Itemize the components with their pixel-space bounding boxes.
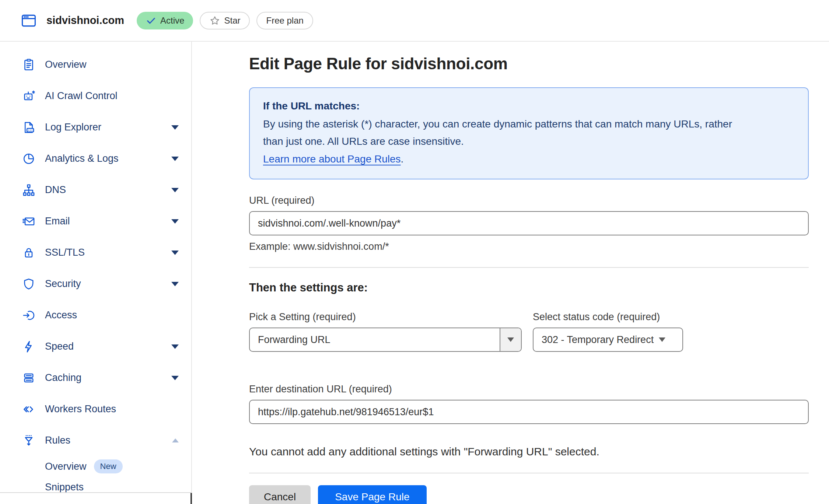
server-stack-icon xyxy=(22,371,35,385)
status-badge: Active xyxy=(137,12,193,29)
sidebar-item-rules[interactable]: Rules xyxy=(0,425,191,456)
sidebar-item-workers-routes[interactable]: Workers Routes xyxy=(0,393,191,425)
status-field-label: Select status code (required) xyxy=(533,311,683,323)
url-example-helper: Example: www.sidvishnoi.com/* xyxy=(249,241,809,252)
sidebar-scrollbar-thumb[interactable] xyxy=(190,493,192,504)
sidebar-item-log-explorer[interactable]: Log Explorer xyxy=(0,112,191,143)
chevron-down-icon xyxy=(171,251,179,255)
login-arrow-icon xyxy=(22,309,35,322)
sidebar-item-email[interactable]: Email xyxy=(0,206,191,237)
setting-select-value: Forwarding URL xyxy=(250,334,330,346)
log-file-icon xyxy=(22,121,35,134)
browser-window-icon xyxy=(21,13,37,29)
robot-icon xyxy=(22,90,35,103)
status-code-select[interactable]: 302 - Temporary Redirect xyxy=(533,328,683,352)
save-page-rule-button[interactable]: Save Page Rule xyxy=(318,485,426,504)
sidebar-item-speed[interactable]: Speed xyxy=(0,331,191,362)
shield-icon xyxy=(22,277,35,291)
status-select-value: 302 - Temporary Redirect xyxy=(534,334,654,346)
sidebar-subitem-rules-overview[interactable]: Overview New xyxy=(0,456,191,477)
destination-url-input[interactable] xyxy=(249,400,809,424)
chevron-down-icon xyxy=(171,188,179,192)
forwarding-url-note: You cannot add any additional settings w… xyxy=(249,445,809,458)
setting-field-label: Pick a Setting (required) xyxy=(249,311,522,323)
check-icon xyxy=(146,15,157,26)
select-arrow-button[interactable] xyxy=(500,328,521,351)
code-brackets-icon xyxy=(22,403,35,416)
link-suffix: . xyxy=(401,153,404,165)
url-input[interactable] xyxy=(249,211,809,235)
star-icon xyxy=(209,15,220,26)
lightning-icon xyxy=(22,340,35,353)
zone-name: sidvishnoi.com xyxy=(46,14,124,27)
chevron-down-icon xyxy=(659,337,665,342)
cancel-button[interactable]: Cancel xyxy=(249,485,311,504)
funnel-icon xyxy=(22,434,35,447)
url-field-label: URL (required) xyxy=(249,195,809,206)
sidebar-item-analytics-logs[interactable]: Analytics & Logs xyxy=(0,143,191,174)
chevron-down-icon xyxy=(171,282,179,286)
star-button[interactable]: Star xyxy=(200,12,250,29)
sidebar-item-caching[interactable]: Caching xyxy=(0,362,191,393)
sidebar-item-access[interactable]: Access xyxy=(0,300,191,331)
padlock-icon xyxy=(22,246,35,259)
info-box-body: By using the asterisk (*) character, you… xyxy=(263,115,738,150)
top-bar: sidvishnoi.com Active Star Free plan xyxy=(0,0,829,42)
info-box-link-line: Learn more about Page Rules. xyxy=(263,150,795,168)
chevron-up-icon xyxy=(172,438,179,442)
network-tree-icon xyxy=(22,183,35,197)
settings-heading: Then the settings are: xyxy=(249,281,809,294)
envelope-icon xyxy=(22,215,35,228)
sidebar-item-security[interactable]: Security xyxy=(0,268,191,300)
new-badge: New xyxy=(94,459,123,473)
sidebar-subitem-rules-snippets[interactable]: Snippets xyxy=(0,477,191,497)
setting-select[interactable]: Forwarding URL xyxy=(249,328,522,352)
info-box-title: If the URL matches: xyxy=(263,98,795,114)
sidebar-item-overview[interactable]: Overview xyxy=(0,49,191,80)
section-divider xyxy=(249,267,809,268)
url-match-info-box: If the URL matches: By using the asteris… xyxy=(249,87,809,179)
clipboard-icon xyxy=(22,58,35,71)
chevron-down-icon xyxy=(171,219,179,224)
sidebar-item-ai-crawl-control[interactable]: AI Crawl Control xyxy=(0,80,191,112)
chevron-down-icon xyxy=(171,157,179,161)
page-rules-help-link[interactable]: Learn more about Page Rules xyxy=(263,153,401,165)
main-content: Edit Page Rule for sidvishnoi.com If the… xyxy=(192,42,829,504)
sidebar-bottom-divider xyxy=(0,492,191,493)
page-title: Edit Page Rule for sidvishnoi.com xyxy=(249,53,809,75)
chevron-down-icon xyxy=(507,337,514,342)
destination-field-label: Enter destination URL (required) xyxy=(249,384,809,395)
footer-divider xyxy=(249,473,809,473)
sidebar-item-dns[interactable]: DNS xyxy=(0,174,191,206)
pie-chart-icon xyxy=(22,152,35,165)
plan-badge[interactable]: Free plan xyxy=(256,12,313,29)
sidebar-item-ssl-tls[interactable]: SSL/TLS xyxy=(0,237,191,268)
sidebar-nav: Overview AI Crawl Control xyxy=(0,42,192,504)
chevron-down-icon xyxy=(171,344,179,349)
chevron-down-icon xyxy=(171,376,179,380)
chevron-down-icon xyxy=(171,125,179,130)
cloudflare-dashboard: sidvishnoi.com Active Star Free plan xyxy=(0,0,829,504)
